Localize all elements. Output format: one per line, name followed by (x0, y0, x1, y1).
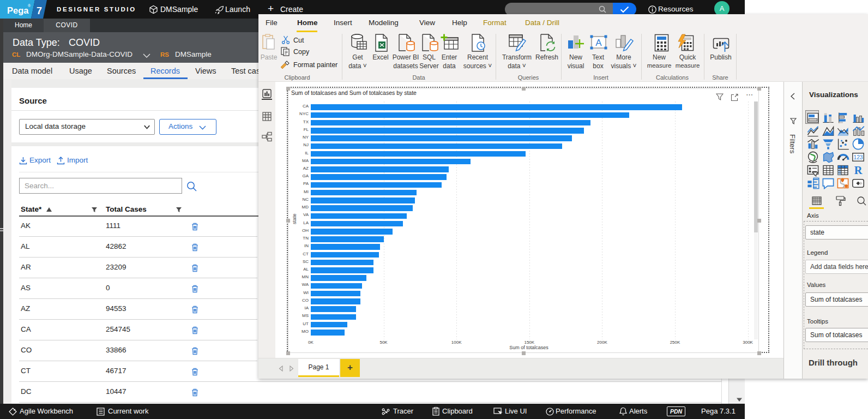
svg-text:7: 7 (37, 5, 42, 16)
svg-text:Pega: Pega (7, 5, 29, 15)
svg-text:®: ® (28, 4, 31, 8)
svg-text:R: R (854, 164, 862, 176)
svg-text:123: 123 (853, 154, 863, 160)
